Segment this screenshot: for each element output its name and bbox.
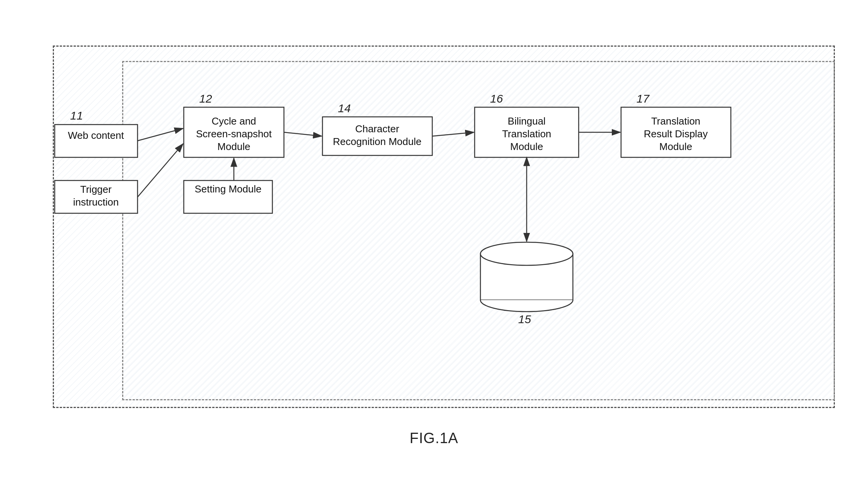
inner-module-box	[122, 61, 835, 400]
figure-label: FIG.1A	[410, 430, 458, 447]
page-container: 11 12 14 16 17 15 Web content Trigger in…	[30, 30, 839, 454]
